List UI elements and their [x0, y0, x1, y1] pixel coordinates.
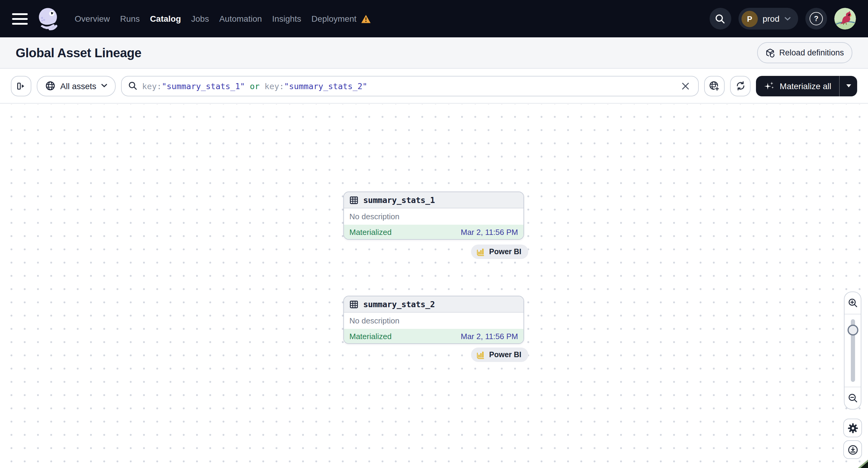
powerbi-icon: [476, 247, 486, 257]
nav-item-overview[interactable]: Overview: [75, 13, 110, 25]
search-icon: [128, 81, 137, 90]
octopus-logo-icon: [36, 7, 60, 31]
status-badge: Materialized: [349, 227, 392, 237]
nav-item-catalog[interactable]: Catalog: [150, 13, 181, 25]
close-x-icon: [682, 82, 689, 89]
asset-name: summary_stats_1: [363, 195, 435, 205]
chevron-down-icon: [784, 17, 791, 21]
asset-description: No description: [344, 209, 523, 225]
table-icon: [349, 300, 359, 309]
asset-scope-dropdown[interactable]: All assets: [37, 75, 116, 96]
graph-settings-button[interactable]: [843, 418, 862, 437]
query-key-token: key:: [265, 81, 284, 91]
global-asset-lineage-page: Overview Runs Catalog Jobs Automation In…: [0, 0, 868, 468]
caret-down-icon: [846, 84, 851, 87]
collapse-panel-icon: [16, 81, 26, 91]
question-mark-icon: ?: [810, 12, 823, 25]
download-icon: [847, 444, 858, 455]
asset-scope-label: All assets: [60, 81, 96, 91]
powerbi-tag[interactable]: Power BI: [471, 245, 528, 259]
asset-status-row: Materialized Mar 2, 11:56 PM: [344, 329, 523, 343]
sparkles-icon: [764, 81, 775, 91]
nav-item-automation[interactable]: Automation: [219, 13, 262, 25]
zoom-out-icon: [848, 393, 858, 403]
asset-description: No description: [344, 313, 523, 329]
zoom-out-button[interactable]: [844, 387, 861, 409]
dagster-logo[interactable]: [36, 7, 60, 31]
user-avatar[interactable]: [834, 8, 856, 30]
nav-item-runs[interactable]: Runs: [120, 13, 140, 25]
zoom-in-icon: [848, 298, 858, 308]
top-navbar: Overview Runs Catalog Jobs Automation In…: [0, 0, 868, 37]
download-image-button[interactable]: [843, 440, 862, 459]
query-value-token: "summary_stats_2": [284, 81, 367, 91]
nav-item-deployment[interactable]: Deployment: [311, 13, 371, 25]
environment-initial-badge: P: [742, 10, 758, 27]
materialize-all-split-button: Materialize all: [756, 75, 857, 96]
materialize-all-button[interactable]: Materialize all: [756, 75, 839, 96]
globe-plus-icon: [709, 81, 720, 91]
zoom-slider[interactable]: [844, 314, 861, 387]
cardinal-avatar-image: [834, 8, 856, 30]
open-sidebar-button[interactable]: [11, 75, 31, 96]
lineage-canvas[interactable]: summary_stats_1 No description Materiali…: [0, 104, 868, 468]
asset-search-input[interactable]: key:"summary_stats_1" or key:"summary_st…: [121, 75, 699, 96]
gear-icon: [847, 423, 858, 433]
environment-name: prod: [763, 14, 779, 24]
materialization-timestamp[interactable]: Mar 2, 11:56 PM: [461, 227, 518, 237]
globe-icon: [45, 81, 55, 91]
nav-item-jobs[interactable]: Jobs: [191, 13, 209, 25]
reload-definitions-button[interactable]: Reload definitions: [757, 42, 852, 63]
zoom-slider-knob[interactable]: [847, 325, 858, 336]
environment-switcher[interactable]: P prod: [739, 8, 798, 30]
zoom-controls: [844, 291, 861, 410]
lineage-toolbar: All assets key:"summary_stats_1" or key:…: [0, 69, 868, 103]
clear-search-button[interactable]: [680, 80, 692, 92]
materialization-timestamp[interactable]: Mar 2, 11:56 PM: [461, 332, 518, 341]
primary-nav: Overview Runs Catalog Jobs Automation In…: [75, 13, 371, 25]
navbar-right: P prod ?: [710, 8, 856, 30]
asset-status-row: Materialized Mar 2, 11:56 PM: [344, 225, 523, 239]
asset-node-header: summary_stats_2: [344, 297, 523, 313]
powerbi-tag[interactable]: Power BI: [471, 347, 528, 362]
powerbi-icon: [476, 350, 486, 360]
warning-icon: [361, 14, 371, 23]
hamburger-menu-icon[interactable]: [12, 13, 28, 24]
materialize-options-button[interactable]: [839, 75, 857, 96]
asset-node-summary-stats-2[interactable]: summary_stats_2 No description Materiali…: [343, 296, 524, 344]
global-search-button[interactable]: [710, 8, 731, 30]
asset-node-header: summary_stats_1: [344, 192, 523, 209]
search-icon: [715, 13, 725, 24]
materialize-all-label: Materialize all: [780, 81, 831, 91]
reload-definitions-label: Reload definitions: [779, 48, 844, 57]
search-query-text: key:"summary_stats_1" or key:"summary_st…: [142, 81, 675, 91]
refresh-icon: [736, 81, 746, 91]
corner-decoration: [854, 457, 868, 468]
query-value-token: "summary_stats_1": [162, 81, 245, 91]
page-header: Global Asset Lineage Reload definitions: [0, 37, 868, 69]
fetch-external-assets-button[interactable]: [705, 75, 725, 96]
query-operator-token: or: [245, 81, 265, 91]
asset-name: summary_stats_2: [363, 299, 435, 309]
page-title: Global Asset Lineage: [16, 45, 142, 60]
powerbi-tag-label: Power BI: [489, 248, 521, 256]
reload-cube-icon: [765, 48, 775, 58]
status-badge: Materialized: [349, 332, 392, 341]
nav-item-insights[interactable]: Insights: [272, 13, 302, 25]
refresh-graph-button[interactable]: [731, 75, 751, 96]
query-key-token: key:: [142, 81, 162, 91]
asset-node-summary-stats-1[interactable]: summary_stats_1 No description Materiali…: [343, 191, 524, 240]
zoom-in-button[interactable]: [844, 292, 861, 314]
table-icon: [349, 195, 359, 205]
powerbi-tag-label: Power BI: [489, 350, 521, 359]
chevron-down-icon: [101, 84, 107, 88]
help-button[interactable]: ?: [805, 8, 827, 30]
